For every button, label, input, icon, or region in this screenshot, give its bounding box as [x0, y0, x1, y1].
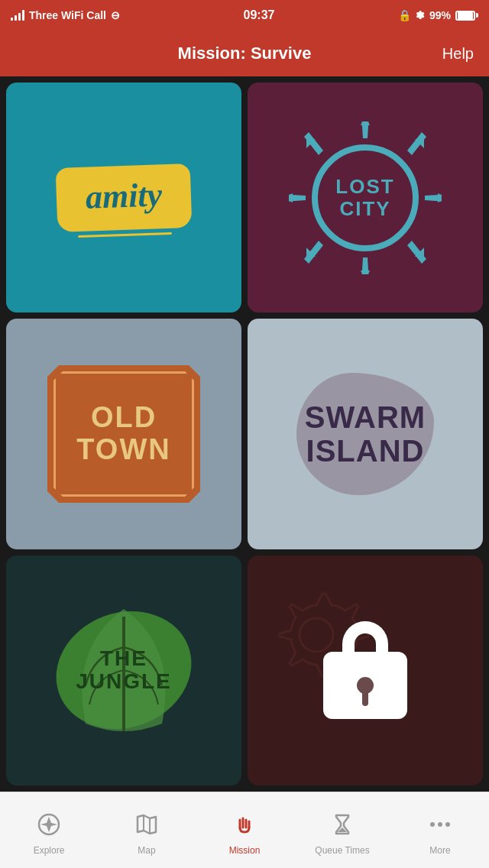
help-button[interactable]: Help: [442, 45, 474, 63]
lock-icon: 🔒: [398, 9, 411, 21]
page-title: Mission: Survive: [178, 44, 312, 63]
more-icon: [428, 812, 452, 842]
zone-item-amity[interactable]: amity: [6, 83, 241, 313]
tab-map[interactable]: Map: [98, 805, 196, 856]
lock-hole: [357, 677, 374, 694]
swarm-island-inner: SWARMISLAND: [248, 319, 483, 549]
dock-inner: [248, 555, 483, 785]
dock-lock-container: [323, 621, 407, 719]
queue-times-label: Queue Times: [315, 845, 369, 856]
swarm-island-text: SWARMISLAND: [305, 400, 426, 468]
battery-label: 99%: [429, 9, 451, 21]
carrier-label: Three WiFi Call: [29, 9, 106, 21]
wifi-icon: ⊖: [111, 9, 120, 21]
sun-shape: LOSTCITY: [289, 121, 442, 274]
svg-marker-19: [40, 817, 57, 832]
zone-grid: amity: [0, 76, 489, 792]
queue-times-icon: [330, 812, 355, 842]
amity-logo: amity: [30, 117, 218, 278]
jungle-inner: THEJUNGLE: [6, 555, 241, 785]
lost-city-circle: LOSTCITY: [312, 144, 419, 251]
zone-item-old-town[interactable]: OLDTOWN: [6, 319, 241, 549]
zone-item-dock[interactable]: [248, 555, 483, 785]
tab-mission[interactable]: Mission: [196, 805, 293, 856]
lock-shackle: [342, 621, 388, 653]
status-bar: Three WiFi Call ⊖ 09:37 🔒 ✽ 99%: [0, 0, 489, 31]
zone-item-swarm-island[interactable]: SWARMISLAND: [248, 319, 483, 549]
svg-point-23: [430, 822, 435, 827]
status-left: Three WiFi Call ⊖: [11, 9, 120, 21]
amity-text: amity: [85, 176, 163, 215]
mission-icon: [232, 812, 257, 842]
explore-label: Explore: [34, 845, 65, 856]
amity-badge: amity: [55, 164, 192, 232]
explore-icon: [37, 812, 61, 842]
tab-explore[interactable]: Explore: [0, 805, 98, 856]
mission-label: Mission: [229, 845, 261, 856]
app-header: Mission: Survive Help: [0, 31, 489, 76]
svg-marker-20: [138, 815, 156, 834]
old-town-text: OLDTOWN: [76, 402, 170, 466]
svg-point-25: [445, 822, 450, 827]
jungle-overlay-text: THEJUNGLE: [76, 647, 172, 695]
signal-icon: [11, 10, 24, 21]
svg-point-24: [438, 822, 442, 827]
lost-city-inner: LOSTCITY: [289, 121, 442, 274]
status-right: 🔒 ✽ 99%: [398, 9, 478, 21]
tab-queue-times[interactable]: Queue Times: [293, 805, 391, 856]
map-label: Map: [138, 845, 155, 856]
tab-more[interactable]: More: [391, 805, 489, 856]
zone-item-lost-city[interactable]: LOSTCITY: [248, 83, 483, 313]
more-label: More: [429, 845, 450, 856]
zone-item-jungle[interactable]: THEJUNGLE: [6, 555, 241, 785]
tab-bar: Explore Map Mission: [0, 792, 489, 868]
lost-city-text: LOSTCITY: [335, 176, 394, 219]
old-town-badge: OLDTOWN: [47, 365, 200, 503]
time-label: 09:37: [244, 8, 275, 22]
bluetooth-icon: ✽: [416, 9, 425, 21]
map-icon: [134, 812, 159, 842]
battery-icon: [455, 11, 478, 21]
lock-body: [323, 652, 407, 719]
